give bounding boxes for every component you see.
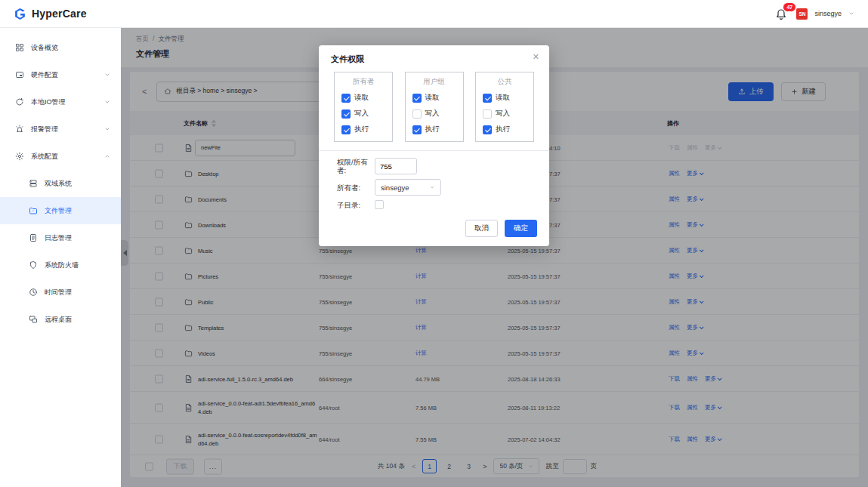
notification-badge: 47 <box>783 2 796 12</box>
permission-value-input[interactable] <box>375 158 417 174</box>
sidebar-item-remote-desktop[interactable]: 远程桌面 <box>0 306 121 333</box>
time-icon <box>29 288 38 297</box>
firewall-icon <box>29 260 38 270</box>
sidebar-item-label: 双域系统 <box>45 179 72 189</box>
topbar: HyperCare 47 SN sinsegye <box>0 0 868 28</box>
sidebar-item-label: 系统配置 <box>31 152 58 162</box>
permission-group-label: 用户组 <box>406 77 463 87</box>
permission-checkbox-label: 执行 <box>496 125 510 134</box>
hypercare-logo-icon <box>14 8 26 20</box>
brand-name: HyperCare <box>32 8 87 20</box>
permission-item: 执行 <box>341 125 392 134</box>
permission-group: 公共读取写入执行 <box>475 72 534 142</box>
sidebar-item-label: 系统防火墙 <box>45 260 79 270</box>
sidebar-item-label: 日志管理 <box>45 233 72 243</box>
permission-checkbox-执行[interactable] <box>341 125 351 134</box>
permission-checkbox-写入[interactable] <box>483 109 492 119</box>
avatar[interactable]: SN <box>796 8 808 20</box>
permission-checkbox-label: 执行 <box>354 125 369 134</box>
permission-checkbox-写入[interactable] <box>341 109 351 119</box>
hardware-icon <box>15 70 24 79</box>
chevron-down-icon[interactable] <box>848 11 854 17</box>
permission-checkbox-读取[interactable] <box>341 94 351 103</box>
sidebar-item-time[interactable]: 时间管理 <box>0 279 121 306</box>
owner-select[interactable]: sinsegye <box>375 179 441 196</box>
sidebar-item-system[interactable]: 系统配置 <box>0 143 121 170</box>
chevron-down-icon <box>104 99 110 105</box>
permission-checkbox-label: 写入 <box>354 109 369 119</box>
sidebar-item-label: 硬件配置 <box>31 70 58 80</box>
permission-group: 所有者读取写入执行 <box>334 72 393 142</box>
permission-checkbox-执行[interactable] <box>412 125 422 134</box>
sidebar-item-file-manage[interactable]: 文件管理 <box>0 197 121 224</box>
permission-group-label: 公共 <box>476 77 533 87</box>
brand-logo: HyperCare <box>14 8 87 20</box>
sidebar-item-label: 时间管理 <box>45 288 72 297</box>
permission-checkbox-label: 写入 <box>496 109 510 119</box>
sidebar-menu: 设备概览硬件配置本地IO管理报警管理系统配置双域系统文件管理日志管理系统防火墙时… <box>0 34 121 333</box>
permission-checkbox-读取[interactable] <box>412 94 422 103</box>
chevron-down-icon <box>104 72 110 78</box>
local-io-icon <box>15 97 24 106</box>
sidebar-item-label: 文件管理 <box>45 206 72 216</box>
sidebar-item-alarm[interactable]: 报警管理 <box>0 116 121 143</box>
permission-item: 执行 <box>412 125 463 134</box>
permission-item: 写入 <box>412 109 463 119</box>
permission-checkbox-label: 执行 <box>425 125 440 134</box>
permission-checkbox-label: 读取 <box>354 93 369 103</box>
remote-desktop-icon <box>29 315 38 324</box>
dialog-title: 文件权限 <box>331 54 364 63</box>
file-permission-dialog: 文件权限 ✕ 所有者读取写入执行用户组读取写入执行公共读取写入执行 权限/所有者… <box>319 45 549 246</box>
permission-group: 用户组读取写入执行 <box>405 72 464 142</box>
sidebar: 设备概览硬件配置本地IO管理报警管理系统配置双域系统文件管理日志管理系统防火墙时… <box>0 28 121 487</box>
chevron-down-icon <box>429 184 435 190</box>
sidebar-item-label: 本地IO管理 <box>31 97 66 107</box>
alarm-icon <box>15 125 24 134</box>
log-icon <box>29 233 38 242</box>
file-manage-icon <box>29 206 38 215</box>
permission-checkbox-执行[interactable] <box>483 125 492 134</box>
permission-item: 执行 <box>483 125 533 134</box>
overview-icon <box>15 43 24 52</box>
permission-item: 读取 <box>341 93 392 103</box>
system-icon <box>15 152 24 161</box>
sidebar-item-overview[interactable]: 设备概览 <box>0 34 121 61</box>
dual-domain-icon <box>29 179 38 188</box>
permission-checkbox-label: 读取 <box>496 93 510 103</box>
sidebar-item-hardware[interactable]: 硬件配置 <box>0 61 121 88</box>
permission-item: 读取 <box>483 93 533 103</box>
permission-checkbox-读取[interactable] <box>483 94 492 103</box>
perm-owner-label: 权限/所有者: <box>337 158 375 174</box>
sidebar-item-log[interactable]: 日志管理 <box>0 224 121 251</box>
content: 首页 / 文件管理 文件管理 < 根目录 > home > sinsegye >… <box>121 28 868 487</box>
permission-item: 读取 <box>412 93 463 103</box>
notifications-button[interactable]: 47 <box>775 7 789 20</box>
owner-label: 所有者: <box>337 183 375 192</box>
subdir-checkbox[interactable] <box>375 200 384 209</box>
chevron-up-icon <box>104 153 110 159</box>
subdir-label: 子目录: <box>337 201 375 209</box>
close-icon[interactable]: ✕ <box>533 53 539 61</box>
sidebar-item-label: 报警管理 <box>31 125 58 134</box>
sidebar-item-firewall[interactable]: 系统防火墙 <box>0 251 121 279</box>
permission-checkbox-label: 读取 <box>425 93 440 103</box>
sidebar-item-label: 设备概览 <box>31 43 58 53</box>
username: sinsegye <box>814 10 842 17</box>
sidebar-item-dual-domain[interactable]: 双域系统 <box>0 170 121 197</box>
permission-groups: 所有者读取写入执行用户组读取写入执行公共读取写入执行 <box>319 69 549 142</box>
confirm-button[interactable]: 确定 <box>505 220 537 237</box>
permission-item: 写入 <box>483 109 533 119</box>
cancel-button[interactable]: 取消 <box>465 220 498 237</box>
sidebar-item-label: 远程桌面 <box>45 315 72 325</box>
permission-checkbox-label: 写入 <box>425 109 440 119</box>
permission-item: 写入 <box>341 109 392 119</box>
owner-select-value: sinsegye <box>381 183 409 192</box>
permission-group-label: 所有者 <box>335 77 392 87</box>
permission-checkbox-写入[interactable] <box>412 109 422 119</box>
chevron-down-icon <box>104 126 110 132</box>
sidebar-item-local-io[interactable]: 本地IO管理 <box>0 88 121 116</box>
